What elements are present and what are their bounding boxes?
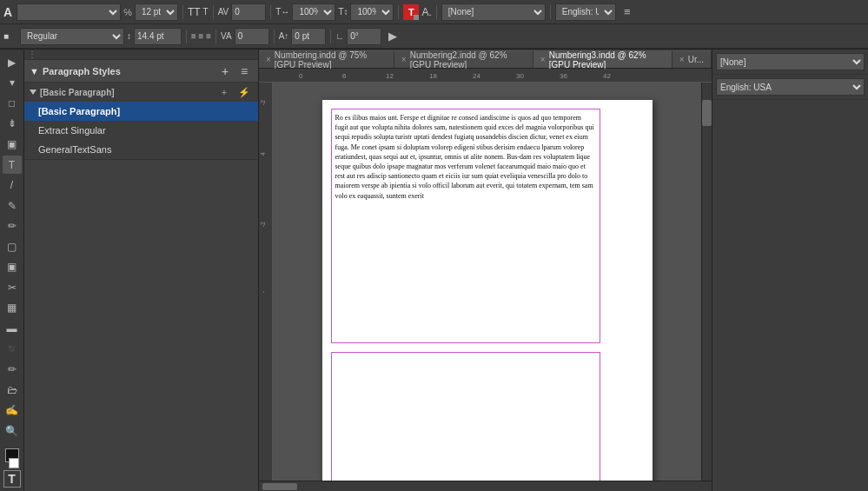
content-collector-tool[interactable]: ▣ [3, 135, 22, 154]
panel-menu-btn[interactable]: ≡ [235, 63, 253, 80]
ruler-v-label3: -2 [260, 222, 266, 227]
right-language-select[interactable]: English: USA [716, 78, 865, 96]
style-item-basic-paragraph[interactable]: [Basic Paragraph] [24, 102, 258, 121]
eyedropper-tool[interactable]: 🗁 [3, 381, 22, 400]
paragraph-styles-panel: ⋮ ▼ Paragraph Styles + ≡ [Basic Paragrap… [24, 50, 259, 491]
pen-tool[interactable]: ✎ [3, 196, 22, 216]
arrow-right-btn[interactable]: ▶ [384, 28, 401, 45]
ruler-v-label2: 4 [260, 152, 266, 156]
page-tool[interactable]: □ [3, 94, 22, 113]
leading-icon: ↕ [127, 31, 131, 41]
ruler-mark-12: 12 [386, 72, 394, 80]
zoom-tool[interactable]: 🔍 [3, 421, 22, 441]
style-item-general-text-sans[interactable]: GeneralTextSans [24, 140, 258, 159]
align-icons: ≡ ≡ ≡ [191, 31, 211, 41]
style-icon: ■ [3, 31, 17, 41]
rectangle-frame-tool[interactable]: ▢ [3, 237, 22, 256]
hand-tool[interactable]: ✍ [3, 401, 22, 420]
menu-icon-btn[interactable]: ≡ [619, 3, 636, 21]
scrollbar-thumb-h[interactable] [262, 483, 297, 490]
scissors-tool[interactable]: ✂ [3, 278, 22, 297]
kern-input[interactable] [235, 28, 269, 45]
tab-close-2[interactable]: × [540, 55, 546, 64]
type-icon-bottom: T [3, 470, 21, 488]
ruler-marks-area: 0 6 12 18 24 30 36 42 [273, 69, 712, 82]
right-panel: [None] English: USA [712, 50, 868, 491]
tab-label-0: Numbering.indd @ 75% [GPU Preview] [275, 50, 387, 70]
free-transform-tool[interactable]: ▦ [3, 299, 22, 318]
note-tool[interactable]: ✏ [3, 360, 22, 379]
separator-3 [270, 5, 271, 19]
gradient-tool[interactable]: ▬ [3, 319, 22, 338]
styles-group: [Basic Paragraph] + ⚡ [Basic Paragraph] … [24, 83, 258, 160]
right-none-section: [None] [712, 50, 868, 75]
right-none-select[interactable]: [None] [716, 53, 865, 70]
scale-h-select[interactable]: 100% [292, 3, 335, 21]
baseline-input[interactable] [291, 28, 326, 45]
text-frame-2[interactable] [331, 352, 600, 481]
select-tool[interactable]: ▶ [3, 53, 22, 72]
language-select[interactable]: English: USA [555, 3, 616, 21]
toolbar-area: A Minion Pro ℅ 12 pt TT T AV T↔ 100% T↕ … [0, 0, 868, 50]
tab-numbering3[interactable]: × Numbering3.indd @ 62% [GPU Preview] [533, 50, 673, 68]
tab-close-3[interactable]: × [679, 55, 685, 64]
ruler-mark-0: 0 [299, 72, 302, 80]
group-flash-icon[interactable]: ⚡ [235, 83, 253, 101]
tabs-bar: × Numbering.indd @ 75% [GPU Preview] × N… [259, 50, 712, 69]
gap-tool[interactable]: ⇟ [3, 115, 22, 134]
none-select[interactable]: [None] [441, 3, 546, 21]
pencil-tool[interactable]: ✏ [3, 216, 22, 236]
ruler-vertical: -2 4 -2 - [259, 83, 273, 481]
panel-collapse-arrow[interactable]: ▼ [30, 66, 39, 76]
style-item-label-1: Extract Singular [38, 125, 106, 136]
scrollbar-thumb-v[interactable] [702, 100, 712, 126]
tab-ur[interactable]: × Ur... [673, 50, 712, 68]
tab-close-1[interactable]: × [401, 55, 407, 64]
scrollbar-horizontal[interactable] [259, 481, 712, 491]
panel-title-area: ▼ Paragraph Styles [30, 66, 121, 76]
separator-2 [213, 5, 214, 19]
style-item-extract-singular[interactable]: Extract Singular [24, 121, 258, 140]
scale-v-select[interactable]: 100% [350, 3, 394, 21]
background-color[interactable] [9, 458, 19, 468]
main-area: ▶ ▾ □ ⇟ ▣ T / ✎ ✏ ▢ ▣ ✂ ▦ ▬ ◾ ✏ 🗁 ✍ 🔍 T … [0, 50, 868, 491]
skew-input[interactable] [347, 28, 381, 45]
separator-1 [182, 5, 183, 19]
ruler-mark-18: 18 [429, 72, 437, 80]
leading-input[interactable] [134, 28, 182, 45]
t-small-icon: T [203, 7, 209, 17]
scrollbar-vertical[interactable] [701, 83, 712, 481]
type-tool[interactable]: T [3, 156, 22, 175]
group-collapse-arrow [30, 90, 36, 95]
separator-5 [436, 5, 437, 19]
group-header[interactable]: [Basic Paragraph] + ⚡ [24, 83, 258, 102]
baseline-icon: A↑ [279, 31, 289, 41]
group-add-icon[interactable]: + [215, 83, 233, 101]
tab-close-0[interactable]: × [266, 55, 271, 64]
font-size-select[interactable]: 12 pt [135, 3, 178, 21]
tab-numbering[interactable]: × Numbering.indd @ 75% [GPU Preview] [259, 50, 394, 68]
ruler-v-label4: - [260, 291, 266, 293]
tracking-input[interactable] [231, 3, 266, 21]
color-box[interactable]: T [403, 4, 419, 20]
rectangle-tool[interactable]: ▣ [3, 257, 22, 276]
tab-numbering2[interactable]: × Numbering2.indd @ 62% [GPU Preview] [394, 50, 533, 68]
separator-10 [330, 30, 331, 43]
text-frame-1[interactable]: Ro es ilibus maios unt. Ferspe et dignit… [331, 109, 600, 343]
panel-add-btn[interactable]: + [216, 63, 234, 80]
line-tool[interactable]: / [3, 176, 22, 195]
separator-7 [186, 30, 187, 43]
color-swatches [5, 448, 19, 468]
tracking-icon: AV [218, 7, 229, 17]
direct-select-tool[interactable]: ▾ [3, 74, 22, 93]
canvas-page-area[interactable]: Ro es ilibus maios unt. Ferspe et dignit… [273, 83, 701, 481]
tab-label-1: Numbering2.indd @ 62% [GPU Preview] [410, 50, 526, 70]
style-select[interactable]: Regular [20, 28, 124, 45]
font-family-select[interactable]: Minion Pro [17, 3, 121, 21]
gradient-feather-tool[interactable]: ◾ [3, 340, 22, 359]
skew-icon: ∟ [335, 31, 344, 41]
ruler-mark-36: 36 [560, 72, 567, 80]
ruler-mark-42: 42 [603, 72, 611, 80]
group-icons: + ⚡ [215, 83, 253, 101]
panel-header: ▼ Paragraph Styles + ≡ [24, 60, 258, 83]
